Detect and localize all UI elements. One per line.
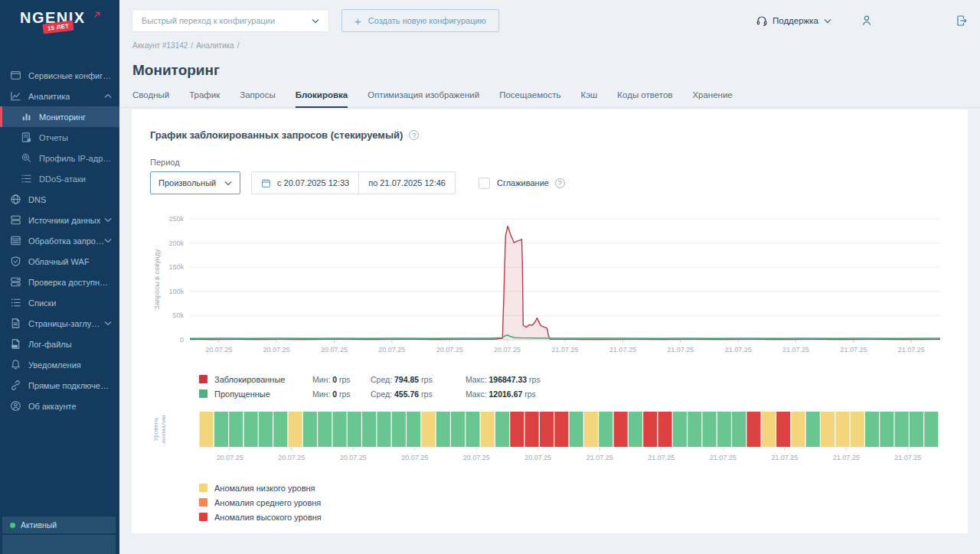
anomaly-bar (688, 412, 701, 447)
processing-icon (10, 235, 21, 246)
quick-jump-select[interactable]: Быстрый переход к конфигурации (132, 9, 329, 32)
date-from-input[interactable]: с 20.07.2025 12:33 (252, 172, 358, 194)
anomaly-bar (244, 412, 258, 447)
svg-text:20.07.25: 20.07.25 (378, 346, 405, 354)
tab-коды-ответов[interactable]: Коды ответов (617, 90, 672, 107)
breadcrumb-separator: / (191, 41, 193, 50)
sidebar-item-analytics[interactable]: Аналитика (0, 86, 119, 106)
log-icon (10, 338, 21, 350)
sidebar-item-cloud-waf[interactable]: Облачный WAF (0, 251, 119, 272)
chart-icon (10, 90, 21, 102)
anomaly-bar (377, 412, 390, 447)
blocked-requests-chart-wrap: 050k100k150k200k250k20.07.2520.07.2520.0… (150, 211, 949, 364)
anomaly-legend-row-medium: Аномалия среднего уровня (199, 495, 949, 510)
svg-text:200k: 200k (168, 240, 184, 247)
anomaly-bar (525, 412, 539, 447)
anomaly-bar (717, 412, 731, 447)
support-menu[interactable]: Поддержка (756, 15, 831, 27)
user-icon[interactable] (861, 15, 873, 27)
smoothing-checkbox[interactable] (479, 178, 490, 189)
date-to-input[interactable]: по 21.07.2025 12:46 (358, 172, 455, 194)
account-status[interactable]: Активный (2, 517, 116, 533)
logout-icon[interactable] (956, 15, 968, 27)
anomaly-bar (554, 412, 568, 447)
anomaly-bar (821, 412, 835, 447)
svg-text:21.07.25: 21.07.25 (648, 454, 675, 461)
anomaly-bar (851, 412, 864, 447)
sidebar-item-notifications[interactable]: Уведомления (0, 354, 119, 375)
sidebar-item-stub-pages[interactable]: Страницы-заглушки (0, 313, 119, 334)
sidebar-item-dns[interactable]: DNS (0, 189, 119, 210)
topbar: Быстрый переход к конфигурации + Создать… (119, 0, 980, 37)
svg-text:21.07.25: 21.07.25 (894, 454, 921, 461)
status-label: Активный (21, 520, 57, 530)
anomaly-bar (392, 412, 406, 447)
tab-запросы[interactable]: Запросы (240, 90, 275, 107)
chevron-down-icon (224, 181, 232, 186)
chevron-down-icon (104, 238, 112, 243)
svg-text:21.07.25: 21.07.25 (782, 346, 809, 354)
sidebar-nav: Сервисные конфигурацииАналитикаМониторин… (0, 65, 119, 416)
sidebar-item-ddos-attacks[interactable]: DDoS-атаки (0, 168, 119, 189)
plus-icon: + (354, 15, 361, 27)
svg-text:20.07.25: 20.07.25 (524, 454, 551, 461)
svg-text:аномалии: аномалии (160, 416, 167, 444)
topbar-right: Поддержка (756, 15, 968, 27)
anomaly-bar (924, 412, 938, 447)
sidebar-item-request-processing[interactable]: Обработка запросов (0, 230, 119, 251)
help-icon[interactable]: ? (409, 130, 419, 140)
sidebar-item-log-files[interactable]: Лог-файлы (0, 334, 119, 354)
bell-icon (10, 359, 21, 370)
svg-text:20.07.25: 20.07.25 (205, 346, 232, 354)
ngenix-logo[interactable]: NGENIX 15 ЛЕТ (0, 0, 119, 27)
svg-text:21.07.25: 21.07.25 (898, 346, 925, 354)
tab-хранение[interactable]: Хранение (692, 90, 732, 107)
window-icon (10, 70, 21, 81)
sidebar-item-monitoring[interactable]: Мониторинг (0, 106, 119, 127)
anomaly-bar (510, 412, 524, 447)
breadcrumb-link[interactable]: Аналитика (196, 41, 234, 50)
help-icon[interactable]: ? (555, 178, 565, 188)
sidebar-item-about-account[interactable]: Об аккаунте (0, 396, 119, 416)
calendar-icon (261, 178, 271, 188)
tab-сводный[interactable]: Сводный (132, 90, 169, 107)
sidebar-item-reports[interactable]: Отчеты (0, 127, 119, 148)
period-select[interactable]: Произвольный (150, 171, 240, 194)
anomaly-legend-row-low: Аномалия низкого уровня (199, 481, 949, 495)
series-legend: ЗаблокированныеМин: 0 rpsСред: 794.85 rp… (199, 372, 949, 401)
tab-оптимизация-изображений[interactable]: Оптимизация изображений (368, 90, 479, 107)
svg-text:21.07.25: 21.07.25 (586, 454, 613, 461)
anomaly-bar (895, 412, 909, 447)
chevron-down-icon (824, 18, 831, 24)
legend-swatch-icon (199, 513, 207, 521)
sidebar-item-data-sources[interactable]: Источники данных (0, 210, 119, 230)
tab-трафик[interactable]: Трафик (189, 90, 220, 107)
blocked-requests-chart: 050k100k150k200k250k20.07.2520.07.2520.0… (150, 211, 946, 361)
chevron-down-icon (104, 321, 112, 326)
create-config-button[interactable]: + Создать новую конфигурацию (341, 9, 499, 32)
svg-text:0: 0 (180, 336, 184, 344)
tab-блокировка[interactable]: Блокировка (296, 90, 348, 108)
anomaly-legend: Аномалия низкого уровняАномалия среднего… (199, 481, 949, 524)
logo-arrow-icon (93, 8, 100, 21)
tab-посещаемость[interactable]: Посещаемость (499, 90, 560, 107)
create-config-label: Создать новую конфигурацию (368, 16, 486, 25)
sidebar-item-direct-connections[interactable]: Прямые подключения (0, 375, 119, 396)
sidebar-item-availability-check[interactable]: Проверка доступности (0, 272, 119, 292)
breadcrumb-link[interactable]: Аккаунт #13142 (132, 41, 188, 50)
section-title-row: График заблокированных запросов (стекиру… (150, 129, 949, 141)
svg-text:21.07.25: 21.07.25 (771, 454, 798, 461)
anomaly-bar (273, 412, 287, 447)
smoothing-label: Сглаживание (497, 178, 549, 187)
legend-swatch-icon (199, 498, 207, 507)
anomaly-bar (289, 412, 302, 447)
sidebar-item-lists[interactable]: Списки (0, 292, 119, 313)
legend-swatch-icon (199, 389, 207, 398)
tab-кэш[interactable]: Кэш (581, 90, 598, 107)
anomaly-bar (703, 412, 717, 447)
anomaly-bar (407, 412, 420, 447)
sidebar-item-service-configs[interactable]: Сервисные конфигурации (0, 65, 119, 86)
chevron-down-icon (312, 18, 319, 24)
sidebar-item-ip-profile[interactable]: Профиль IP-адреса (0, 148, 119, 168)
anomaly-bar (318, 412, 332, 447)
